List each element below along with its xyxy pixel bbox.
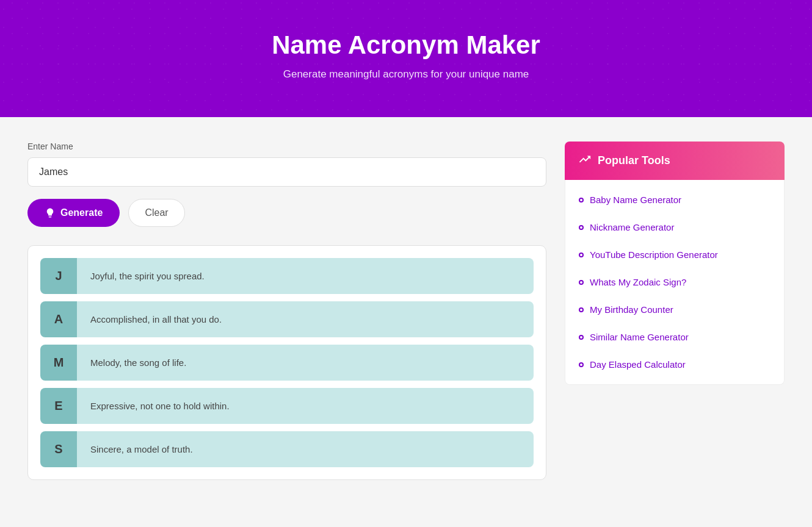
clear-button[interactable]: Clear <box>128 199 184 227</box>
tool-label: Day Elasped Calculator <box>590 359 686 370</box>
table-row: EExpressive, not one to hold within. <box>40 388 534 424</box>
list-item[interactable]: Similar Name Generator <box>565 323 784 351</box>
list-item[interactable]: Nickname Generator <box>565 213 784 241</box>
tool-label: YouTube Description Generator <box>590 249 718 260</box>
list-item-dot <box>579 307 584 312</box>
main-content: Enter Name Generate Clear JJoyful, the s… <box>9 117 803 504</box>
list-item[interactable]: Whats My Zodaic Sign? <box>565 268 784 296</box>
generate-button[interactable]: Generate <box>27 199 120 227</box>
name-input-label: Enter Name <box>27 142 546 151</box>
list-item-dot <box>579 225 584 230</box>
list-item[interactable]: Day Elasped Calculator <box>565 351 784 378</box>
meaning-text: Melody, the song of life. <box>77 345 534 381</box>
letter-box: A <box>40 301 77 337</box>
page-title: Name Acronym Maker <box>12 30 800 60</box>
name-input[interactable] <box>27 157 546 187</box>
tool-label: Nickname Generator <box>590 222 674 232</box>
letter-box: S <box>40 431 77 467</box>
tool-label: My Birthday Counter <box>590 304 673 315</box>
meaning-text: Joyful, the spirit you spread. <box>77 258 534 294</box>
tool-label: Whats My Zodaic Sign? <box>590 277 686 287</box>
table-row: MMelody, the song of life. <box>40 345 534 381</box>
popular-tools-list: Baby Name GeneratorNickname GeneratorYou… <box>565 180 785 385</box>
popular-tools-label: Popular Tools <box>598 154 670 167</box>
letter-box: E <box>40 388 77 424</box>
list-item-dot <box>579 253 584 257</box>
action-buttons: Generate Clear <box>27 199 546 227</box>
meaning-text: Expressive, not one to hold within. <box>77 388 534 424</box>
right-panel: Popular Tools Baby Name GeneratorNicknam… <box>565 142 785 480</box>
clear-label: Clear <box>145 207 168 218</box>
list-item-dot <box>579 362 584 367</box>
list-item-dot <box>579 198 584 203</box>
popular-tools-header: Popular Tools <box>565 142 785 180</box>
generate-label: Generate <box>60 207 103 218</box>
page-header: Name Acronym Maker Generate meaningful a… <box>0 0 812 117</box>
list-item[interactable]: YouTube Description Generator <box>565 241 784 268</box>
table-row: SSincere, a model of truth. <box>40 431 534 467</box>
left-panel: Enter Name Generate Clear JJoyful, the s… <box>27 142 546 480</box>
list-item-dot <box>579 335 584 340</box>
meaning-text: Sincere, a model of truth. <box>77 431 534 467</box>
letter-box: J <box>40 258 77 294</box>
acronym-results: JJoyful, the spirit you spread.AAccompli… <box>27 245 546 480</box>
bulb-icon <box>45 207 56 218</box>
meaning-text: Accomplished, in all that you do. <box>77 301 534 337</box>
page-subtitle: Generate meaningful acronyms for your un… <box>12 68 800 81</box>
list-item[interactable]: Baby Name Generator <box>565 186 784 213</box>
list-item-dot <box>579 280 584 285</box>
table-row: AAccomplished, in all that you do. <box>40 301 534 337</box>
tool-label: Baby Name Generator <box>590 195 681 205</box>
tool-label: Similar Name Generator <box>590 332 689 342</box>
trending-icon <box>578 152 592 169</box>
letter-box: M <box>40 345 77 381</box>
table-row: JJoyful, the spirit you spread. <box>40 258 534 294</box>
list-item[interactable]: My Birthday Counter <box>565 296 784 323</box>
